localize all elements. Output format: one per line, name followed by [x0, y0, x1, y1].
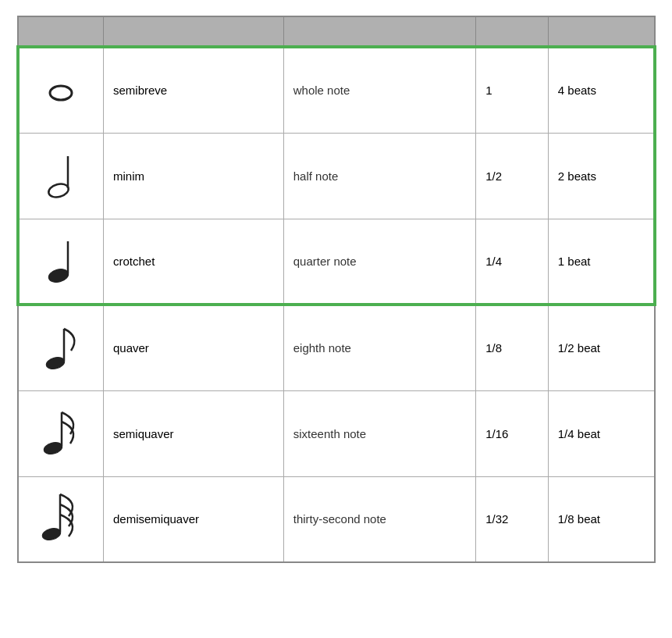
english-name-cell: semibreve	[104, 47, 284, 133]
svg-point-9	[41, 526, 62, 542]
fraction-cell: 1	[476, 47, 549, 133]
english-name-cell: demisemiquaver	[104, 476, 284, 562]
col-header-usual-length	[548, 16, 654, 47]
length-cell: 4 beats	[548, 47, 654, 133]
note-symbol-cell	[18, 47, 104, 133]
svg-point-5	[44, 355, 66, 371]
length-cell: 2 beats	[548, 133, 654, 219]
american-name-cell: eighth note	[283, 305, 475, 390]
length-cell: 1/4 beat	[548, 390, 654, 476]
english-name-cell: semiquaver	[104, 390, 284, 476]
american-name-cell: sixteenth note	[283, 390, 475, 476]
svg-point-3	[48, 267, 70, 284]
col-header-fraction	[476, 16, 549, 47]
note-symbol	[28, 490, 94, 548]
table-row: demisemiquaver thirty-second note 1/32 1…	[18, 476, 655, 562]
note-symbol	[28, 321, 94, 376]
table-header-row	[18, 16, 655, 47]
fraction-cell: 1/16	[476, 390, 549, 476]
col-header-american-name	[283, 16, 475, 47]
table-row: quaver eighth note 1/8 1/2 beat	[18, 305, 655, 390]
table-row: semibreve whole note 1 4 beats	[18, 47, 655, 133]
length-cell: 1/8 beat	[548, 476, 654, 562]
note-symbol	[28, 406, 94, 461]
col-header-english-name	[104, 16, 284, 47]
table-wrapper: semibreve whole note 1 4 beats minim hal…	[16, 16, 656, 563]
note-symbol	[29, 71, 94, 110]
note-symbol	[29, 233, 94, 288]
fraction-cell: 1/32	[476, 476, 549, 562]
american-name-cell: whole note	[283, 47, 475, 133]
fraction-cell: 1/4	[476, 219, 549, 305]
svg-point-1	[48, 182, 70, 199]
note-symbol	[29, 148, 94, 203]
note-symbol-cell	[18, 390, 104, 476]
svg-point-7	[43, 440, 64, 456]
svg-point-0	[50, 86, 72, 100]
english-name-cell: quaver	[104, 305, 284, 390]
american-name-cell: half note	[283, 133, 475, 219]
table-row: minim half note 1/2 2 beats	[18, 133, 655, 219]
english-name-cell: minim	[104, 133, 284, 219]
english-name-cell: crotchet	[104, 219, 284, 305]
length-cell: 1/2 beat	[548, 305, 654, 390]
note-values-table: semibreve whole note 1 4 beats minim hal…	[16, 16, 656, 563]
note-symbol-cell	[18, 133, 104, 219]
table-row: crotchet quarter note 1/4 1 beat	[18, 219, 655, 305]
col-header-note-value	[18, 16, 104, 47]
fraction-cell: 1/8	[476, 305, 549, 390]
table-row: semiquaver sixteenth note 1/16 1/4 beat	[18, 390, 655, 476]
american-name-cell: thirty-second note	[283, 476, 475, 562]
american-name-cell: quarter note	[283, 219, 475, 305]
fraction-cell: 1/2	[476, 133, 549, 219]
note-symbol-cell	[18, 476, 104, 562]
note-symbol-cell	[18, 219, 104, 305]
length-cell: 1 beat	[548, 219, 654, 305]
note-symbol-cell	[18, 305, 104, 390]
